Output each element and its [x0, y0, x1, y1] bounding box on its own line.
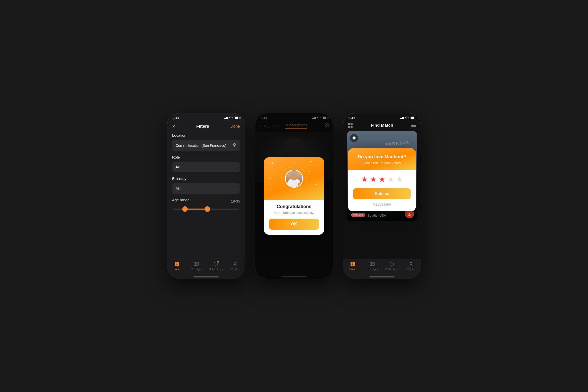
home-icon-1 — [174, 261, 180, 267]
rating-top: Do you love Manhunt? Please rate us with… — [348, 148, 416, 170]
signal-icon — [224, 117, 228, 119]
phones-container: 9:41 × Filters Done Location — [167, 113, 421, 279]
nav-profiles-label-1: Profiles — [231, 268, 239, 271]
card-tag: Versatile — [351, 213, 365, 217]
svg-rect-0 — [175, 262, 177, 264]
profiles-icon-3 — [408, 261, 414, 267]
location-value: Current location (San Francisco) — [176, 143, 226, 148]
star-1[interactable]: ★ — [361, 175, 368, 184]
bottom-nav-1: Home Messages Notifications Profiles — [167, 259, 245, 279]
age-range-section: Age range 18-35 — [167, 198, 245, 214]
ethnicity-label: Ethnicity — [172, 176, 240, 181]
rating-title: Do you love Manhunt? — [353, 154, 411, 160]
ok-button[interactable]: OK — [269, 219, 319, 230]
modal-subtitle: Your purchase successfully. — [269, 211, 319, 215]
nav-notifications-label-1: Notifications — [209, 268, 223, 271]
role-row[interactable]: All › — [172, 162, 240, 172]
rating-body: ★ ★ ★ ★ ★ Rate us Maybe later — [348, 170, 416, 211]
ethnicity-row[interactable]: All › — [172, 183, 240, 194]
grid-icon[interactable] — [348, 123, 353, 128]
home-indicator-1 — [193, 276, 219, 277]
slider-thumb-max[interactable] — [205, 206, 210, 212]
nav-home-1[interactable]: Home — [167, 261, 187, 271]
signal-icon-3 — [400, 117, 404, 119]
status-bar-3: 9:41 — [343, 113, 421, 121]
crown-badge — [298, 182, 303, 188]
age-range-header: Age range 18-35 — [172, 198, 240, 205]
star-3[interactable]: ★ — [379, 175, 385, 184]
reset-button[interactable] — [350, 134, 358, 142]
status-icons-1 — [224, 117, 239, 120]
filters-title: Filters — [196, 124, 209, 129]
modal-title: Congratulations — [269, 204, 319, 209]
location-icon — [232, 143, 236, 148]
svg-point-5 — [234, 262, 236, 264]
home-indicator-3 — [369, 276, 395, 277]
modal-body: Congratulations Your purchase successful… — [264, 200, 324, 235]
star-4[interactable]: ★ — [387, 175, 394, 184]
nav-notifications-1[interactable]: Notifications — [206, 261, 226, 271]
menu-icon[interactable] — [411, 124, 416, 127]
filters-header: × Filters Done — [167, 121, 245, 133]
done-button[interactable]: Done — [230, 124, 240, 129]
status-icons-3 — [400, 117, 415, 120]
role-label: Role — [172, 155, 240, 159]
svg-rect-13 — [353, 264, 355, 266]
status-bar-1: 9:41 — [167, 113, 245, 121]
svg-rect-12 — [351, 264, 353, 266]
svg-rect-3 — [177, 264, 179, 266]
age-slider[interactable] — [173, 209, 239, 210]
location-label: Location — [172, 133, 240, 137]
home-icon-3 — [350, 261, 356, 267]
congratulations-modal: + ✦ ✧ ✦ — [264, 157, 324, 235]
nav-home-label-3: Home — [349, 268, 356, 271]
modal-top-section: + ✦ ✧ ✦ — [264, 157, 324, 200]
location-row[interactable]: Current location (San Francisco) — [172, 140, 240, 151]
stars-row[interactable]: ★ ★ ★ ★ ★ — [353, 175, 411, 184]
phone-filters: 9:41 × Filters Done Location — [167, 113, 245, 279]
svg-point-15 — [410, 262, 412, 264]
nav-profiles-label-3: Profiles — [407, 268, 415, 271]
chevron-right-icon: › — [235, 165, 236, 169]
rating-subtitle: Please rate us with 5 stars. — [353, 161, 411, 165]
wifi-icon-3 — [405, 117, 409, 120]
profiles-icon-1 — [232, 261, 238, 267]
findmatch-header: Find Match — [343, 121, 421, 131]
phone-purchase: 9:41 ‹ Purchase Subscriptions — [255, 113, 333, 279]
location-section: Location Current location (San Francisco… — [167, 133, 245, 155]
status-time-1: 9:41 — [173, 116, 179, 120]
nav-home-3[interactable]: Home — [343, 261, 363, 271]
messages-icon-3 — [369, 261, 375, 267]
role-value: All — [176, 165, 180, 169]
star-2[interactable]: ★ — [370, 175, 377, 184]
svg-rect-4 — [194, 262, 199, 266]
nav-profiles-3[interactable]: Profiles — [402, 261, 421, 271]
nav-messages-3[interactable]: Messages — [363, 261, 382, 271]
wifi-icon — [229, 117, 233, 120]
svg-rect-1 — [177, 262, 179, 264]
bottom-nav-3: Home Messages Notifications Profiles — [343, 259, 421, 279]
star-5[interactable]: ★ — [396, 175, 403, 184]
age-range-value: 18-35 — [231, 199, 240, 203]
svg-rect-14 — [370, 262, 374, 266]
messages-icon-1 — [193, 261, 199, 267]
nav-messages-label-3: Messages — [366, 268, 378, 271]
battery-icon — [234, 117, 239, 119]
rate-us-button[interactable]: Rate us — [353, 188, 411, 199]
nav-profiles-1[interactable]: Profiles — [226, 261, 245, 271]
svg-rect-2 — [175, 264, 177, 266]
maybe-later-button[interactable]: Maybe later — [353, 202, 411, 206]
nav-notifications-3[interactable]: Notifications — [382, 261, 402, 271]
close-button[interactable]: × — [172, 123, 175, 129]
modal-overlay: + ✦ ✧ ✦ — [255, 113, 333, 279]
nav-notifications-label-3: Notifications — [385, 268, 399, 271]
nav-messages-label-1: Messages — [190, 268, 202, 271]
nav-messages-1[interactable]: Messages — [187, 261, 206, 271]
age-range-label: Age range — [172, 198, 189, 202]
nav-home-label-1: Home — [173, 268, 180, 271]
svg-rect-11 — [353, 262, 355, 264]
notifications-icon-1 — [213, 261, 219, 267]
card-location: Seattle, USA — [367, 214, 386, 217]
slider-thumb-min[interactable] — [182, 206, 188, 212]
rating-modal: Do you love Manhunt? Please rate us with… — [348, 148, 416, 211]
